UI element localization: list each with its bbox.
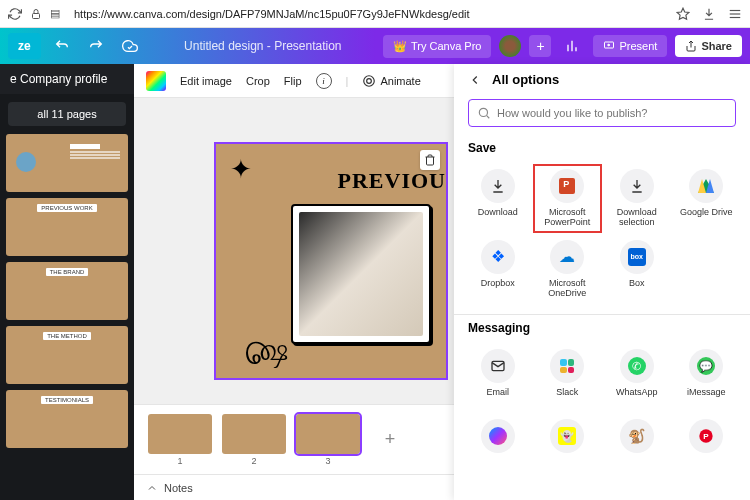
download-icon [490, 178, 506, 194]
present-button[interactable]: Present [593, 35, 667, 57]
chevron-up-icon[interactable] [146, 482, 158, 494]
email-icon [490, 358, 506, 374]
apply-all-button[interactable]: all 11 pages [8, 102, 126, 126]
add-member-button[interactable]: + [529, 35, 551, 57]
option-email[interactable]: Email [464, 345, 532, 411]
dropbox-icon: ❖ [491, 247, 505, 266]
crop-button[interactable]: Crop [246, 75, 270, 87]
option-mailchimp[interactable]: 🐒 [603, 415, 671, 481]
star-icon[interactable] [676, 7, 690, 21]
template-thumb[interactable]: TESTIMONIALS [6, 390, 128, 448]
resize-button[interactable]: ze [8, 33, 41, 59]
template-thumb[interactable]: THE BRAND [6, 262, 128, 320]
option-powerpoint[interactable]: Microsoft PowerPoint [534, 165, 602, 232]
back-icon[interactable] [468, 73, 482, 87]
svg-marker-9 [608, 44, 610, 46]
svg-text:P: P [704, 433, 710, 442]
google-drive-icon [698, 179, 714, 193]
powerpoint-icon [559, 178, 575, 194]
svg-point-10 [364, 75, 375, 86]
share-panel: All options Save Download Microsoft Powe… [454, 64, 750, 500]
refresh-icon[interactable] [8, 7, 22, 21]
cloud-sync-icon[interactable] [117, 33, 143, 59]
option-slack[interactable]: Slack [534, 345, 602, 411]
svg-point-11 [367, 78, 372, 83]
document-title[interactable]: Untitled design - Presentation [184, 39, 341, 53]
image-frame[interactable] [291, 204, 431, 344]
search-icon [477, 106, 491, 120]
app-topbar: ze Untitled design - Presentation 👑Try C… [0, 28, 750, 64]
undo-button[interactable] [49, 33, 75, 59]
slide-canvas[interactable]: ✦ PREVIOU ௸ [214, 142, 448, 380]
panel-title: All options [492, 72, 559, 87]
messenger-icon [489, 427, 507, 445]
user-avatar[interactable] [499, 35, 521, 57]
box-icon: box [628, 248, 646, 266]
download-icon [629, 178, 645, 194]
edit-image-button[interactable]: Edit image [180, 75, 232, 87]
url-text[interactable]: https://www.canva.com/design/DAFP79MNJaM… [68, 6, 668, 22]
canvas-area: Edit image Crop Flip i | Animate ✦ PREVI… [134, 64, 750, 500]
download-browser-icon[interactable] [702, 7, 716, 21]
add-page-button[interactable]: + [370, 420, 410, 460]
flip-button[interactable]: Flip [284, 75, 302, 87]
share-button[interactable]: Share [675, 35, 742, 57]
messaging-section-label: Messaging [454, 317, 750, 339]
menu-icon[interactable] [728, 7, 742, 21]
publish-search-input[interactable] [497, 107, 727, 119]
svg-rect-0 [33, 13, 40, 18]
svg-line-19 [487, 116, 490, 119]
slack-icon [560, 359, 574, 373]
option-imessage[interactable]: 💬iMessage [673, 345, 741, 411]
doodle-icon: ௸ [246, 331, 288, 368]
publish-search-box[interactable] [468, 99, 736, 127]
svg-marker-1 [677, 8, 689, 19]
whatsapp-icon: ✆ [628, 357, 646, 375]
try-pro-button[interactable]: 👑Try Canva Pro [383, 35, 492, 58]
browser-address-bar: ▤ https://www.canva.com/design/DAFP79MNJ… [0, 0, 750, 28]
filmstrip-page[interactable]: 2 [222, 414, 286, 466]
option-snapchat[interactable]: 👻 [534, 415, 602, 481]
option-download[interactable]: Download [464, 165, 532, 232]
filmstrip-page[interactable]: 1 [148, 414, 212, 466]
option-download-selection[interactable]: Download selection [603, 165, 671, 232]
onedrive-icon: ☁ [559, 247, 575, 266]
mailchimp-icon: 🐒 [628, 427, 646, 445]
option-pinterest[interactable]: P [673, 415, 741, 481]
notes-button[interactable]: Notes [164, 482, 193, 494]
url-prefix-icon: ▤ [50, 7, 60, 20]
option-messenger[interactable] [464, 415, 532, 481]
save-section-label: Save [454, 137, 750, 159]
snapchat-icon: 👻 [558, 427, 576, 445]
info-icon[interactable]: i [316, 73, 332, 89]
pinterest-icon: P [697, 427, 715, 445]
color-picker-button[interactable] [146, 71, 166, 91]
template-thumb[interactable]: THE METHOD [6, 326, 128, 384]
option-whatsapp[interactable]: ✆WhatsApp [603, 345, 671, 411]
filmstrip-page[interactable]: 3 [296, 414, 360, 466]
template-thumb[interactable] [6, 134, 128, 192]
option-onedrive[interactable]: ☁Microsoft OneDrive [534, 236, 602, 303]
sidebar-title: e Company profile [0, 64, 134, 94]
delete-element-button[interactable] [420, 150, 440, 170]
animate-button[interactable]: Animate [362, 74, 420, 88]
redo-button[interactable] [83, 33, 109, 59]
template-thumb[interactable]: PREVIOUS WORK [6, 198, 128, 256]
imessage-icon: 💬 [697, 357, 715, 375]
option-dropbox[interactable]: ❖Dropbox [464, 236, 532, 303]
insights-button[interactable] [559, 33, 585, 59]
svg-point-18 [479, 108, 487, 116]
sparkle-icon: ✦ [230, 154, 252, 185]
lock-icon [30, 8, 42, 20]
slide-heading[interactable]: PREVIOU [338, 168, 446, 194]
option-google-drive[interactable]: Google Drive [673, 165, 741, 232]
template-sidebar: e Company profile all 11 pages PREVIOUS … [0, 64, 134, 500]
option-box[interactable]: boxBox [603, 236, 671, 303]
